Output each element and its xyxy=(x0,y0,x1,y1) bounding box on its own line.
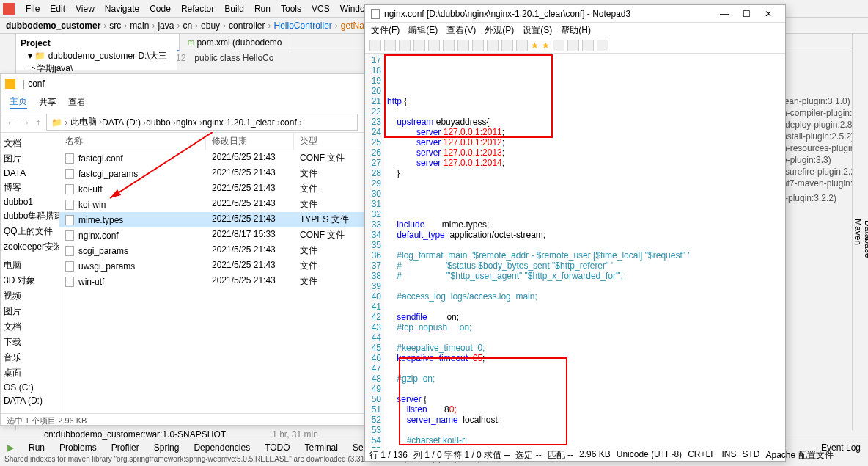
npmenu-file[interactable]: 文件(F) xyxy=(371,24,400,37)
sidebar-item[interactable]: 桌面 xyxy=(4,365,56,381)
code-line[interactable]: server_name localhost; xyxy=(387,415,782,425)
menu-tools[interactable]: Tools xyxy=(276,4,306,14)
explorer-titlebar[interactable]: | conf xyxy=(1,74,364,93)
sidebar-item[interactable]: QQ上的文件 xyxy=(4,224,56,239)
tab-pom[interactable]: m pom.xml (dubbodemo xyxy=(180,34,290,51)
code-line[interactable]: http { xyxy=(387,96,782,106)
notepad-window[interactable]: nginx.conf [D:\dubbo\nginx\nginx-1.20.1_… xyxy=(364,4,786,462)
code-line[interactable]: server 127.0.0.1:2012; xyxy=(387,137,782,148)
code-line[interactable] xyxy=(387,384,782,394)
code-line[interactable] xyxy=(387,445,782,448)
table-row[interactable]: uwsgi_params2021/5/25 21:43文件 xyxy=(59,258,364,274)
sidebar-item[interactable]: 图片 xyxy=(4,304,56,319)
strip-maven[interactable]: Maven xyxy=(853,34,863,430)
table-row[interactable]: nginx.conf2021/8/17 15:33CONF 文件 xyxy=(59,227,364,243)
strip-database[interactable]: Database xyxy=(863,48,868,430)
tb-zoom[interactable] xyxy=(553,40,564,51)
code-area[interactable]: http { upstream ebuyaddress{ server 127.… xyxy=(384,54,785,448)
table-row[interactable]: scgi_params2021/5/25 21:43文件 xyxy=(59,243,364,258)
code-line[interactable] xyxy=(387,425,782,435)
nav-up[interactable]: ↑ xyxy=(33,117,43,128)
table-row[interactable]: fastcgi_params2021/5/25 21:43文件 xyxy=(59,166,364,181)
project-node-root[interactable]: ▾ 📁 dubbodemo_customer D:\大三下学期java\ xyxy=(19,50,174,75)
menu-view[interactable]: View xyxy=(70,4,100,14)
code-line[interactable]: } xyxy=(387,168,782,178)
code-line[interactable]: listen 80; xyxy=(387,404,782,415)
ij-right-strip[interactable]: Maven Database xyxy=(852,34,868,430)
code-line[interactable]: #tcp_nopush on; xyxy=(387,322,782,332)
list-headers[interactable]: 名称 修改日期 类型 xyxy=(59,133,364,150)
explorer-sidebar[interactable]: 文档图片DATA博客dubbo1dubbo集群搭建QQ上的文件zookeeper… xyxy=(1,133,59,413)
tb-save[interactable] xyxy=(399,40,411,51)
ij-code-editor[interactable]: 12public class HelloCo xyxy=(176,51,273,63)
sidebar-item[interactable]: 博客 xyxy=(4,180,56,195)
tb-cut[interactable] xyxy=(443,40,455,51)
code-line[interactable]: upstream ebuyaddress{ xyxy=(387,117,782,127)
bc-controller[interactable]: controller xyxy=(220,21,265,31)
code-line[interactable]: server { xyxy=(387,394,782,404)
table-row[interactable]: win-utf2021/5/25 21:43文件 xyxy=(59,274,364,289)
code-line[interactable]: #gzip on; xyxy=(387,374,782,384)
code-line[interactable]: #log_format main '$remote_addr - $remote… xyxy=(387,250,782,261)
code-line[interactable] xyxy=(387,178,782,189)
tb-open[interactable] xyxy=(384,40,396,51)
menu-edit[interactable]: Edit xyxy=(45,4,70,14)
btab-run[interactable]: Run xyxy=(21,443,52,453)
sidebar-item[interactable]: zookeeper安装 xyxy=(4,239,56,255)
tb-pin[interactable] xyxy=(582,40,594,51)
tb-redo[interactable] xyxy=(428,40,440,51)
tb-find[interactable] xyxy=(487,40,499,51)
tb-paste[interactable] xyxy=(472,40,484,51)
sidebar-item[interactable]: DATA (D:) xyxy=(4,394,56,407)
ribbon-view[interactable]: 查看 xyxy=(68,96,86,109)
sidebar-item[interactable]: 下载 xyxy=(4,335,56,350)
tb-fav2[interactable]: ★ xyxy=(542,40,550,51)
table-row[interactable]: koi-win2021/5/25 21:43文件 xyxy=(59,197,364,212)
code-line[interactable] xyxy=(387,209,782,219)
btab-todo[interactable]: TODO xyxy=(257,443,297,453)
tb-copy[interactable] xyxy=(457,40,469,51)
notepad-editor[interactable]: 1718192021222324252627282930313233343536… xyxy=(365,54,785,448)
minimize-button[interactable]: — xyxy=(713,9,735,19)
code-line[interactable]: # '$status $body_bytes_sent "$http_refer… xyxy=(387,261,782,271)
col-date[interactable]: 修改日期 xyxy=(206,133,294,150)
sidebar-item[interactable]: dubbo集群搭建 xyxy=(4,208,56,224)
code-line[interactable]: include mime.types; xyxy=(387,219,782,230)
table-row[interactable]: mime.types2021/5/25 21:43TYPES 文件 xyxy=(59,212,364,227)
sidebar-item[interactable]: 3D 对象 xyxy=(4,273,56,288)
menu-vcs[interactable]: VCS xyxy=(306,4,335,14)
col-type[interactable]: 类型 xyxy=(294,133,360,150)
ribbon-share[interactable]: 共享 xyxy=(39,96,56,109)
sidebar-item[interactable]: OS (C:) xyxy=(4,381,56,394)
notepad-titlebar[interactable]: nginx.conf [D:\dubbo\nginx\nginx-1.20.1_… xyxy=(365,5,785,23)
sidebar-item[interactable]: 图片 xyxy=(4,151,56,167)
code-line[interactable]: server 127.0.0.1:2013; xyxy=(387,148,782,158)
menu-build[interactable]: Build xyxy=(219,4,249,14)
btab-deps[interactable]: Dependencies xyxy=(186,443,257,453)
code-line[interactable] xyxy=(387,189,782,199)
sidebar-item[interactable]: 文档 xyxy=(4,136,56,151)
menu-run[interactable]: Run xyxy=(249,4,276,14)
bc-root[interactable]: dubbodemo_customer xyxy=(6,21,100,31)
sidebar-item[interactable]: 视频 xyxy=(4,288,56,304)
sidebar-item[interactable]: 音乐 xyxy=(4,350,56,365)
code-line[interactable]: #charset koi8-r; xyxy=(387,435,782,445)
code-line[interactable]: keepalive_timeout 65; xyxy=(387,353,782,363)
code-line[interactable]: sendfile on; xyxy=(387,312,782,322)
npmenu-view[interactable]: 查看(V) xyxy=(446,24,476,37)
menu-refactor[interactable]: Refactor xyxy=(176,4,219,14)
btab-profiler[interactable]: Profiler xyxy=(104,443,147,453)
tb-undo[interactable] xyxy=(413,40,425,51)
ribbon-home[interactable]: 主页 xyxy=(10,95,27,109)
address-path[interactable]: 📁 此电脑 DATA (D:) dubbo nginx nginx-1.20.1… xyxy=(46,114,358,131)
npmenu-help[interactable]: 帮助(H) xyxy=(561,24,591,37)
bc-java[interactable]: java xyxy=(149,21,174,31)
maximize-button[interactable]: ☐ xyxy=(735,9,757,19)
btab-terminal[interactable]: Terminal xyxy=(298,443,345,453)
tb-settings[interactable] xyxy=(597,40,608,51)
code-line[interactable]: server 127.0.0.1:2014; xyxy=(387,158,782,168)
explorer-file-list[interactable]: 名称 修改日期 类型 fastcgi.conf2021/5/25 21:43CO… xyxy=(59,133,364,413)
col-name[interactable]: 名称 xyxy=(59,133,206,150)
btab-spring[interactable]: Spring xyxy=(147,443,187,453)
tb-new[interactable] xyxy=(369,40,381,51)
